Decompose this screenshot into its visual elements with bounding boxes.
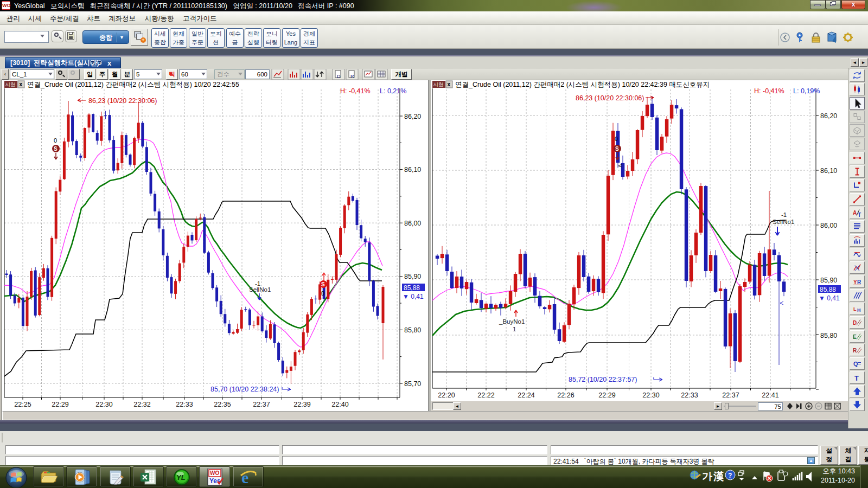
svg-text:시험: 시험 xyxy=(5,82,15,87)
svg-text:86,10: 86,10 xyxy=(404,166,421,174)
svg-text:22:37: 22:37 xyxy=(722,391,739,399)
svg-text:85,80: 85,80 xyxy=(820,332,837,339)
svg-text:가: 가 xyxy=(702,471,712,482)
svg-text:_BuyNo1: _BuyNo1 xyxy=(499,318,525,325)
svg-text:22:29: 22:29 xyxy=(52,401,68,408)
svg-text:-1: -1 xyxy=(781,211,787,218)
svg-text:T: T xyxy=(854,374,859,382)
svg-text:22:33: 22:33 xyxy=(176,401,193,408)
svg-text:H: -0,41%: H: -0,41% xyxy=(340,87,371,95)
svg-text:漢: 漢 xyxy=(713,471,724,482)
svg-text:x: x xyxy=(20,81,23,87)
svg-text:86,20: 86,20 xyxy=(404,113,421,120)
svg-text:R: R xyxy=(857,279,861,285)
svg-text:D: D xyxy=(853,320,857,326)
svg-text:22:30: 22:30 xyxy=(642,391,659,399)
svg-text:22:29: 22:29 xyxy=(598,391,615,399)
svg-text:L: L xyxy=(853,306,857,312)
svg-text:22:22: 22:22 xyxy=(477,391,494,399)
svg-text:▼ 0,41: ▼ 0,41 xyxy=(403,293,424,300)
svg-text:85,90: 85,90 xyxy=(820,277,837,284)
svg-text:0: 0 xyxy=(321,290,324,297)
svg-text:D: D xyxy=(337,74,341,79)
svg-text:22:24: 22:24 xyxy=(518,391,534,399)
svg-text:WO: WO xyxy=(210,470,219,476)
svg-text:연결_Crude Oil (2011,12) 간편매매2 (: 연결_Crude Oil (2011,12) 간편매매2 (시스템 시험적용) … xyxy=(27,81,239,88)
svg-text:22:37: 22:37 xyxy=(253,401,270,408)
svg-text:0: 0 xyxy=(615,136,618,142)
svg-text:시험: 시험 xyxy=(433,82,443,87)
svg-text:22:33: 22:33 xyxy=(681,391,698,399)
svg-text:Y: Y xyxy=(853,279,857,285)
svg-text:S: S xyxy=(54,146,58,152)
svg-text:22:20: 22:20 xyxy=(438,391,455,399)
svg-text:85,90: 85,90 xyxy=(404,273,421,280)
svg-text:86,23 (10/20 22:30:06): 86,23 (10/20 22:30:06) xyxy=(576,94,644,102)
svg-text:▼ 0,41: ▼ 0,41 xyxy=(819,294,840,302)
svg-text:86,10: 86,10 xyxy=(820,167,837,175)
svg-text:SellNo1: SellNo1 xyxy=(773,219,794,225)
svg-text:85,72 (10/20 22:37:57): 85,72 (10/20 22:37:57) xyxy=(569,376,637,383)
svg-text:S: S xyxy=(321,281,325,287)
svg-text:85,70 (10/20 22:38:24): 85,70 (10/20 22:38:24) xyxy=(210,386,279,393)
svg-text:22:30: 22:30 xyxy=(95,401,112,408)
svg-text:L: 0,19%: L: 0,19% xyxy=(793,87,820,95)
svg-text:22:25: 22:25 xyxy=(14,401,31,408)
svg-text:R: R xyxy=(853,348,857,354)
svg-text:YL: YL xyxy=(176,473,186,481)
svg-text:S: S xyxy=(615,146,619,152)
svg-text:SellNo1: SellNo1 xyxy=(249,286,271,293)
svg-text:22:41: 22:41 xyxy=(762,391,778,399)
svg-text:85,88: 85,88 xyxy=(404,284,420,292)
svg-text:0: 0 xyxy=(54,137,57,144)
svg-text:A: A xyxy=(853,210,857,216)
svg-text:85,70: 85,70 xyxy=(404,380,421,388)
svg-text:22:32: 22:32 xyxy=(133,401,150,408)
svg-text:T: T xyxy=(858,212,861,218)
svg-text:85,80: 85,80 xyxy=(404,326,421,334)
svg-text:22:35: 22:35 xyxy=(214,401,231,408)
svg-text:22:40: 22:40 xyxy=(331,401,348,408)
svg-text:H: -0,41%: H: -0,41% xyxy=(754,87,784,95)
svg-text:1: 1 xyxy=(513,326,516,332)
svg-text:L: 0,21%: L: 0,21% xyxy=(380,87,406,95)
svg-text:E: E xyxy=(853,334,857,340)
svg-text:86,00: 86,00 xyxy=(820,222,837,229)
svg-text:86,23 (10/20 22:30:06): 86,23 (10/20 22:30:06) xyxy=(88,97,157,105)
svg-text:-1: -1 xyxy=(255,280,260,287)
svg-text:연결_Crude Oil (2011,12) 간편매매2 (: 연결_Crude Oil (2011,12) 간편매매2 (시스템 시험적용) … xyxy=(455,81,710,88)
svg-text:86,00: 86,00 xyxy=(404,220,421,227)
svg-text:?: ? xyxy=(728,472,732,479)
svg-text:22:39: 22:39 xyxy=(293,401,310,408)
svg-text:H: H xyxy=(857,307,861,313)
svg-text:R: R xyxy=(350,74,354,79)
svg-text:22:26: 22:26 xyxy=(557,391,574,399)
svg-text:85,88: 85,88 xyxy=(820,286,836,293)
svg-text:86,20: 86,20 xyxy=(820,112,837,120)
svg-text:Q: Q xyxy=(853,361,858,367)
svg-text:x: x xyxy=(448,81,451,87)
